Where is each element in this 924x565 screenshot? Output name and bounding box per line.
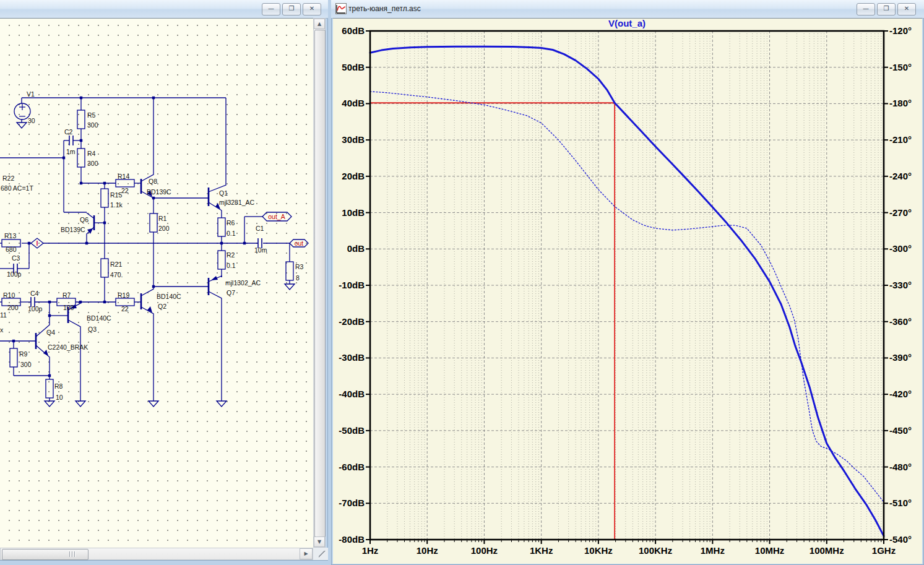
y-right-tick-label: -480° [889,462,912,472]
resistor-body [218,251,225,269]
ground-icon [149,401,158,407]
hscroll-thumb[interactable] [2,549,89,560]
restore-icon[interactable]: ❐ [877,3,896,15]
y-right-tick-label: -120° [889,25,912,36]
junction-dot [103,301,106,303]
junction-dot [80,97,82,99]
junction-dot [48,301,51,303]
x-tick-label: 100MHz [810,545,844,556]
resistor-body [101,189,108,207]
schematic-drawing: out_AoutIV130R5300C21mR4300R22680 AC=1TR… [0,18,313,548]
component-label: Q7 [227,289,235,296]
junction-dot [79,301,82,303]
component-label: 300 [87,121,98,129]
component-label: R14 [118,173,129,180]
component-label: 300 [20,361,32,368]
close-icon[interactable]: ✕ [897,3,916,15]
component-label: V1 [27,90,35,98]
component-label: 680 [6,246,17,253]
x-tick-label: 10MHz [755,545,785,556]
emitter-arrow-icon [211,276,218,280]
resize-grip-icon[interactable] [319,551,326,558]
y-right-tick-label: -150° [889,62,912,72]
component-label: R8 [54,382,63,390]
component-label: 30 [28,117,35,124]
y-right-tick-label: -180° [889,98,912,108]
x-tick-label: 100Hz [471,545,498,556]
y-right-tick-label: -360° [889,316,912,327]
component-label: 1m [66,148,76,155]
junction-dot [243,242,246,244]
component-label: 10m [254,246,267,254]
x-tick-label: 1Hz [362,545,379,556]
y-left-tick-label: -20dB [339,316,365,327]
resistor-body [218,218,225,236]
junction-dot [103,222,106,224]
trace-phase_deg[interactable] [370,92,884,502]
scroll-right-icon[interactable]: ▶ [300,548,313,559]
trace-gain_dB[interactable] [370,46,884,536]
schematic-titlebar[interactable]: — ❐ ✕ [0,0,328,19]
vscroll-thumb[interactable] [314,30,326,537]
component-label: R15 [110,191,122,199]
y-left-tick-label: -10dB [339,280,365,290]
y-right-tick-label: -210° [889,134,912,145]
wire [141,98,153,181]
scroll-up-icon[interactable]: ▲ [314,19,325,29]
minimize-icon[interactable]: — [262,3,280,15]
resistor-body [101,259,108,277]
y-right-tick-label: -450° [889,425,912,436]
component-label: C1 [256,225,264,232]
resize-corner[interactable] [313,548,328,560]
close-icon[interactable]: ✕ [303,3,321,15]
junction-dot [80,182,82,184]
current-probe-label: I [36,239,38,247]
component-label: mjl1302_AC [225,279,261,287]
y-left-tick-label: 10dB [342,207,365,218]
component-label: 470. [110,271,123,278]
component-label: 100p [28,305,43,313]
component-label: R7 [63,291,71,299]
component-label: R1 [158,215,167,222]
x-tick-label: 1GHz [872,545,896,556]
y-left-tick-label: 50dB [342,62,365,72]
component-label: R5 [87,111,96,119]
y-left-tick-label: -80dB [339,534,365,545]
component-label: 11 [0,311,7,319]
y-left-tick-label: 0dB [347,243,365,254]
component-label: 680 AC=1T [1,184,33,192]
component-label: BD139C [61,226,85,233]
minimize-icon[interactable]: — [857,3,875,15]
y-left-tick-label: 30dB [342,134,365,145]
net-label: out [295,239,304,247]
junction-dot [152,197,155,199]
net-label: out_A [268,213,285,220]
x-tick-label: 10Hz [417,545,438,556]
resistor-body [10,348,17,367]
y-left-tick-label: 20dB [342,171,365,181]
plot-titlebar[interactable]: треть-юаня_петл.asc — ❐ ✕ [331,0,924,19]
junction-dot [12,340,15,342]
bode-plot[interactable]: V(out_a) 60dB50dB40dB30dB20dB10dB0dB-10d… [333,18,922,563]
component-label: 22 [121,187,129,194]
y-left-tick-label: -30dB [339,352,365,363]
component-label: C2240_BRAK [48,343,88,351]
y-right-tick-label: -390° [889,352,912,363]
scroll-down-icon[interactable]: ▼ [314,537,325,547]
restore-icon[interactable]: ❐ [282,3,301,15]
component-label: R13 [4,232,16,239]
component-label: Q8 [149,178,157,185]
component-label: R10 [3,291,15,299]
resistor-body [286,262,293,280]
component-label: R9 [19,350,28,358]
component-label: Q3 [88,326,97,333]
junction-dot [28,242,30,244]
ground-icon [76,401,85,407]
component-label: R2 [227,251,235,259]
component-label: 300 [87,160,98,167]
x-tick-label: 1KHz [530,545,553,556]
junction-dot [152,285,155,288]
schematic-hscrollbar[interactable]: ▶ [0,548,313,560]
schematic-vscrollbar[interactable]: ▲ ▼ [313,18,326,548]
component-label: mjl3281_AC [219,199,255,206]
